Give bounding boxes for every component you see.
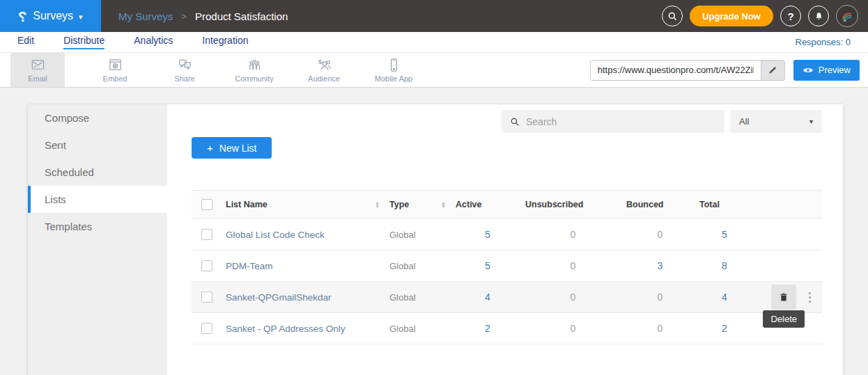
list-type: Global (387, 313, 453, 344)
row-checkbox[interactable] (201, 292, 212, 303)
column-active: Active (453, 191, 522, 219)
email-sidebar: Compose Sent Scheduled Lists Templates (28, 104, 167, 375)
list-type: Global (387, 282, 453, 313)
unsubscribed-count[interactable]: 0 (522, 219, 623, 250)
row-checkbox[interactable] (201, 323, 212, 334)
list-name-link[interactable]: Sanket-QPGmailShekdar (226, 292, 332, 303)
row-checkbox[interactable] (201, 260, 212, 271)
active-count[interactable]: 5 (453, 250, 522, 282)
tab-analytics[interactable]: Analytics (134, 35, 173, 49)
unsubscribed-count[interactable]: 0 (522, 282, 623, 313)
list-name-link[interactable]: Global List Code Check (226, 230, 325, 240)
channel-embed[interactable]: Embed (80, 53, 150, 87)
table-row[interactable]: Global List Code Check Global 5 0 0 5 (192, 219, 822, 250)
active-count[interactable]: 4 (453, 282, 522, 313)
breadcrumb: My Surveys > Product Satisfaction (118, 10, 288, 22)
channel-email[interactable]: Email (10, 53, 65, 87)
tab-integration[interactable]: Integration (202, 35, 248, 49)
email-icon (30, 57, 46, 73)
sidebar-item-templates[interactable]: Templates (28, 213, 167, 240)
top-header: ? Surveys ▾ My Surveys > Product Satisfa… (0, 0, 868, 32)
sidebar-item-sent[interactable]: Sent (28, 131, 167, 159)
app-name: Surveys (33, 10, 73, 22)
upgrade-now-button[interactable]: Upgrade Now (690, 6, 773, 26)
total-count[interactable]: 2 (697, 313, 752, 344)
unsubscribed-count[interactable]: 0 (522, 250, 623, 282)
sidebar-item-scheduled[interactable]: Scheduled (28, 159, 167, 186)
list-name-link[interactable]: PDM-Team (226, 261, 273, 271)
app-switcher[interactable]: ? Surveys ▾ (0, 0, 101, 32)
topbar-actions: Upgrade Now ? (662, 5, 868, 27)
svg-text:$: $ (318, 58, 322, 65)
questionpro-logo-icon: ? (18, 9, 27, 24)
channel-share-label: Share (174, 74, 194, 83)
channel-audience[interactable]: $ Audience (289, 53, 359, 87)
table-row[interactable]: PDM-Team Global 5 0 3 8 (192, 250, 822, 282)
search-icon (667, 11, 678, 22)
chevron-down-icon: ▾ (809, 118, 813, 125)
list-type: Global (387, 219, 453, 250)
bounced-count[interactable]: 0 (623, 219, 697, 250)
list-name-link[interactable]: Sanket - QP Addresses Only (226, 324, 346, 334)
preview-button[interactable]: Preview (793, 60, 860, 81)
sidebar-item-lists[interactable]: Lists (28, 186, 167, 213)
plus-icon: + (207, 142, 213, 154)
tab-edit[interactable]: Edit (17, 35, 34, 49)
trash-icon (778, 292, 789, 303)
breadcrumb-separator: > (181, 11, 187, 22)
active-count[interactable]: 2 (453, 313, 522, 344)
embed-icon (107, 57, 123, 73)
table-row[interactable]: Sanket - QP Addresses Only Global 2 0 0 … (192, 313, 822, 344)
channel-share[interactable]: Share (150, 53, 219, 87)
total-count[interactable]: 5 (697, 219, 752, 250)
column-bounced: Bounced (623, 191, 697, 219)
select-all-checkbox[interactable] (201, 199, 212, 210)
active-count[interactable]: 5 (453, 219, 522, 250)
lists-panel: All ▾ + New List List Name ▲▼ (167, 104, 843, 375)
channel-community-label: Community (235, 74, 274, 83)
new-list-label: New List (219, 143, 257, 154)
bounced-count[interactable]: 0 (623, 313, 697, 344)
breadcrumb-my-surveys[interactable]: My Surveys (118, 10, 173, 22)
list-type: Global (387, 250, 453, 282)
list-type-filter[interactable]: All ▾ (730, 110, 822, 133)
row-menu-button[interactable] (806, 289, 814, 305)
unsubscribed-count[interactable]: 0 (522, 313, 623, 344)
distribute-toolbar: Email Embed Share Community $ (0, 53, 868, 88)
total-count[interactable]: 8 (697, 250, 752, 282)
help-button[interactable]: ? (780, 6, 801, 26)
row-checkbox[interactable] (201, 229, 212, 240)
channel-embed-label: Embed (103, 74, 127, 83)
sort-list-name-icon[interactable]: ▲▼ (375, 201, 380, 208)
audience-icon: $ (316, 57, 332, 73)
community-icon (247, 57, 263, 73)
new-list-button[interactable]: + New List (192, 137, 272, 159)
responses-count[interactable]: Responses: 0 (796, 37, 851, 47)
search-button[interactable] (662, 6, 683, 26)
content-area: Compose Sent Scheduled Lists Templates A… (0, 88, 868, 375)
channel-email-label: Email (28, 74, 47, 83)
list-search-input[interactable] (526, 116, 716, 127)
user-avatar[interactable] (836, 5, 858, 27)
survey-url-input[interactable] (591, 61, 761, 80)
column-type: Type (389, 200, 409, 209)
distribute-card: Compose Sent Scheduled Lists Templates A… (28, 104, 843, 375)
channel-community[interactable]: Community (219, 53, 289, 87)
notifications-button[interactable] (808, 6, 829, 26)
list-search (502, 110, 724, 133)
share-icon (177, 57, 193, 73)
tab-distribute[interactable]: Distribute (63, 35, 104, 49)
eye-icon (803, 66, 814, 74)
sidebar-item-compose[interactable]: Compose (28, 104, 167, 131)
table-row-hovered[interactable]: Sanket-QPGmailShekdar Global 4 0 0 4 (192, 282, 822, 313)
bounced-count[interactable]: 3 (623, 250, 697, 282)
channel-audience-label: Audience (308, 74, 340, 83)
table-header-row: List Name ▲▼ Type ▲▼ Active Unsubscribed (192, 191, 822, 219)
edit-url-button[interactable] (761, 61, 784, 80)
toolbar-right: Preview (590, 60, 868, 81)
sort-type-icon[interactable]: ▲▼ (441, 201, 446, 208)
channel-mobile-app[interactable]: Mobile App (359, 53, 428, 87)
total-count[interactable]: 4 (697, 282, 752, 313)
bounced-count[interactable]: 0 (623, 282, 697, 313)
delete-list-button[interactable] (771, 285, 796, 310)
